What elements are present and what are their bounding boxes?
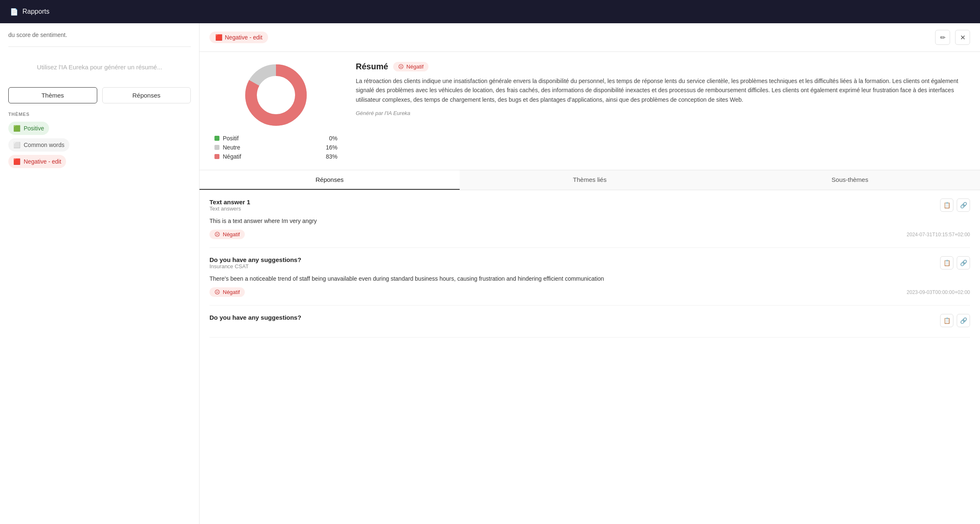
generate-text: Utilisez l'IA Eureka pour générer un rés… <box>17 64 182 71</box>
legend-neutre: Neutre 16% <box>214 144 337 151</box>
close-button[interactable]: ✕ <box>955 30 970 45</box>
theme-common-words-label: Common words <box>24 142 64 148</box>
positif-label: Positif <box>223 135 239 142</box>
copy-icon-2: 📋 <box>943 260 950 266</box>
response-header-2: Do you have any suggestions? Insurance C… <box>209 256 970 273</box>
unlink-btn-1[interactable]: 🔗 <box>957 198 970 212</box>
unlink-btn-2[interactable]: 🔗 <box>957 256 970 269</box>
tab-sous-themes[interactable]: Sous-thèmes <box>720 170 980 190</box>
modal-tag-icon: 🟥 <box>215 34 222 41</box>
unlink-icon-2: 🔗 <box>960 260 967 266</box>
theme-negative-edit[interactable]: 🟥 Negative - edit <box>8 155 66 168</box>
sentiment-icon-1: ☹ <box>214 231 220 238</box>
positif-dot <box>214 136 219 141</box>
modal-header: 🟥 Negative - edit ✏ ✕ <box>199 23 980 52</box>
summary-sentiment-badge: ☹ Négatif <box>393 62 428 71</box>
sentiment-badge-2: ☹ Négatif <box>209 287 245 297</box>
negatif-label: Négatif <box>223 153 241 160</box>
sentiment-label-1: Négatif <box>223 231 240 238</box>
nav-title: Rapports <box>22 8 49 15</box>
neutre-value: 16% <box>326 144 337 151</box>
copy-btn-3[interactable]: 📋 <box>940 314 953 327</box>
neutre-dot <box>214 145 219 150</box>
copy-btn-2[interactable]: 📋 <box>940 256 953 269</box>
sentiment-badge-1: ☹ Négatif <box>209 230 245 239</box>
negatif-dot <box>214 154 219 159</box>
unlink-icon-1: 🔗 <box>960 202 967 208</box>
response-title-2: Do you have any suggestions? <box>209 256 301 263</box>
close-icon: ✕ <box>960 34 965 42</box>
left-tabs: Thèmes Réponses <box>8 87 191 103</box>
ai-label: Généré par l'IA Eureka <box>356 110 410 116</box>
response-item: Text answer 1 Text answers 📋 🔗 This is a… <box>209 190 970 248</box>
summary-content: Résumé ☹ Négatif La rétroaction des clie… <box>356 62 970 160</box>
tab-themes[interactable]: Thèmes <box>8 87 97 103</box>
response-header-3: Do you have any suggestions? 📋 🔗 <box>209 314 970 327</box>
left-panel: du score de sentiment. Utilisez l'IA Eur… <box>0 23 199 524</box>
response-text-1: This is a text answer where Im very angr… <box>209 217 970 225</box>
theme-positive[interactable]: 🟩 Positive <box>8 122 49 135</box>
theme-common-words[interactable]: ⬜ Common words <box>8 138 69 152</box>
divider <box>8 47 191 47</box>
chart-area: Positif 0% Neutre 16% Négatif <box>209 62 342 160</box>
response-actions-1: 📋 🔗 <box>940 198 970 212</box>
edit-icon: ✏ <box>940 34 946 42</box>
response-footer-2: ☹ Négatif 2023-09-03T00:00:00+02:00 <box>209 287 970 297</box>
response-date-2: 2023-09-03T00:00:00+02:00 <box>907 289 970 295</box>
response-item-2: Do you have any suggestions? Insurance C… <box>209 248 970 306</box>
response-header-1: Text answer 1 Text answers 📋 🔗 <box>209 198 970 215</box>
response-item-3: Do you have any suggestions? 📋 🔗 <box>209 306 970 338</box>
sentiment-label: du score de sentiment. <box>8 32 191 38</box>
positive-theme-icon: 🟩 <box>13 125 20 132</box>
copy-icon-1: 📋 <box>943 202 950 208</box>
response-title-3: Do you have any suggestions? <box>209 314 301 321</box>
response-subtitle-1: Text answers <box>209 206 250 212</box>
theme-negative-edit-label: Negative - edit <box>24 158 61 165</box>
edit-button[interactable]: ✏ <box>935 30 950 45</box>
copy-icon-3: 📋 <box>943 317 950 324</box>
response-date-1: 2024-07-31T10:15:57+02:00 <box>907 232 970 238</box>
response-footer-1: ☹ Négatif 2024-07-31T10:15:57+02:00 <box>209 230 970 239</box>
tab-themes-lies[interactable]: Thèmes liés <box>460 170 720 190</box>
content-tabs: Réponses Thèmes liés Sous-thèmes <box>199 170 980 190</box>
themes-section-label: THÈMES <box>8 112 191 117</box>
theme-positive-label: Positive <box>24 125 44 132</box>
unlink-btn-3[interactable]: 🔗 <box>957 314 970 327</box>
svg-point-2 <box>257 76 295 114</box>
positif-value: 0% <box>329 135 337 142</box>
summary-title-row: Résumé ☹ Négatif <box>356 62 970 71</box>
responses-list: Text answer 1 Text answers 📋 🔗 This is a… <box>199 190 980 338</box>
right-panel: 🟥 Negative - edit ✏ ✕ <box>199 23 980 524</box>
legend-positif: Positif 0% <box>214 135 337 142</box>
unlink-icon-3: 🔗 <box>960 317 967 324</box>
neutre-label: Neutre <box>223 144 240 151</box>
modal-tag: 🟥 Negative - edit <box>209 32 268 43</box>
summary-badge-icon: ☹ <box>398 64 404 70</box>
summary-section: Positif 0% Neutre 16% Négatif <box>199 52 980 170</box>
summary-title: Résumé <box>356 62 388 71</box>
negatif-value: 83% <box>326 153 337 160</box>
modal-tag-label: Negative - edit <box>225 34 262 41</box>
sentiment-label-2: Négatif <box>223 289 240 295</box>
response-subtitle-2: Insurance CSAT <box>209 263 301 269</box>
legend-negatif: Négatif 83% <box>214 153 337 160</box>
tab-reponses[interactable]: Réponses <box>102 87 191 103</box>
response-text-2: There's been a noticeable trend of staff… <box>209 274 970 283</box>
chart-legend: Positif 0% Neutre 16% Négatif <box>209 135 342 160</box>
response-actions-2: 📋 🔗 <box>940 256 970 269</box>
donut-chart <box>243 62 309 128</box>
copy-btn-1[interactable]: 📋 <box>940 198 953 212</box>
sentiment-icon-2: ☹ <box>214 289 220 295</box>
modal-actions: ✏ ✕ <box>935 30 970 45</box>
negative-theme-icon: 🟥 <box>13 158 20 165</box>
summary-badge-label: Négatif <box>406 64 424 70</box>
tab-reponses[interactable]: Réponses <box>199 170 460 190</box>
rapports-icon: 📄 <box>10 8 18 16</box>
summary-text: La rétroaction des clients indique une i… <box>356 76 970 104</box>
neutral-theme-icon: ⬜ <box>13 142 20 148</box>
donut-svg <box>243 62 309 128</box>
top-navigation: 📄 Rapports <box>0 0 980 23</box>
response-title-1: Text answer 1 <box>209 198 250 206</box>
response-actions-3: 📋 🔗 <box>940 314 970 327</box>
